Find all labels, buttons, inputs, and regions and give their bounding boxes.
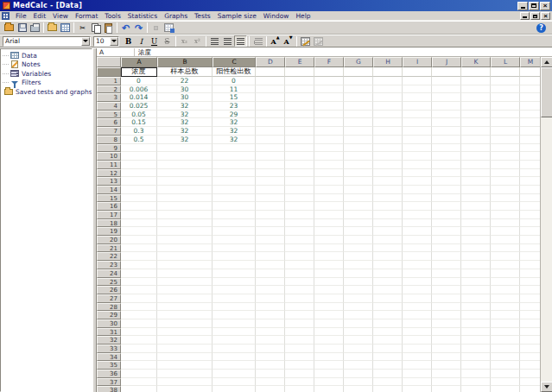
menu-view[interactable]: View (49, 11, 72, 21)
cell-M27[interactable] (520, 294, 540, 303)
cell-I3[interactable] (403, 93, 432, 102)
cell-C29[interactable] (213, 311, 256, 319)
cell-G4[interactable] (344, 102, 373, 111)
cell-I38[interactable] (403, 386, 432, 392)
cell-K4[interactable] (461, 102, 491, 111)
cell-D32[interactable] (256, 336, 285, 345)
cell-L12[interactable] (491, 169, 520, 178)
row-header-11[interactable]: 11 (97, 161, 121, 169)
cell-B36[interactable] (157, 370, 213, 378)
cell-F20[interactable] (314, 236, 344, 244)
cell-A32[interactable] (121, 336, 157, 345)
cell-J27[interactable] (432, 294, 461, 303)
cell-B20[interactable] (157, 236, 213, 244)
cell-E33[interactable] (285, 345, 314, 353)
cell-D25[interactable] (256, 278, 285, 287)
cell-J22[interactable] (432, 252, 461, 261)
cell-H30[interactable] (373, 319, 403, 328)
cell-E11[interactable] (285, 161, 314, 169)
cell-C20[interactable] (213, 236, 256, 244)
cell-J10[interactable] (432, 152, 461, 161)
row-header-9[interactable]: 9 (97, 144, 121, 153)
cell-I8[interactable] (403, 136, 432, 144)
variable-name-cell-D[interactable] (256, 67, 285, 77)
cell-B29[interactable] (157, 311, 213, 319)
cell-I18[interactable] (403, 219, 432, 228)
cell-G28[interactable] (344, 303, 373, 312)
variable-name-cell-E[interactable] (285, 67, 314, 77)
cell-F19[interactable] (314, 227, 344, 236)
cell-J5[interactable] (432, 111, 461, 119)
cell-A21[interactable] (121, 244, 157, 253)
row-header-18[interactable]: 18 (97, 219, 121, 228)
cell-D33[interactable] (256, 345, 285, 353)
cell-B18[interactable] (157, 219, 213, 228)
column-header-K[interactable]: K (461, 57, 491, 67)
cell-C22[interactable] (213, 252, 256, 261)
cell-I19[interactable] (403, 227, 432, 236)
cell-B12[interactable] (157, 169, 213, 178)
cell-M16[interactable] (520, 202, 540, 211)
cell-F8[interactable] (314, 136, 344, 144)
cell-E14[interactable] (285, 186, 314, 194)
cell-J20[interactable] (432, 236, 461, 244)
cell-F34[interactable] (314, 353, 344, 362)
cell-G31[interactable] (344, 328, 373, 337)
cell-J30[interactable] (432, 319, 461, 328)
row-header-29[interactable]: 29 (97, 311, 121, 319)
column-header-I[interactable]: I (403, 57, 432, 67)
row-header-28[interactable]: 28 (97, 303, 121, 312)
cell-E9[interactable] (285, 144, 314, 153)
cell-K26[interactable] (461, 286, 491, 294)
cell-L34[interactable] (491, 353, 520, 362)
variable-name-cell-B[interactable]: 样本总数 (157, 67, 213, 77)
cell-E15[interactable] (285, 194, 314, 203)
cell-G20[interactable] (344, 236, 373, 244)
cell-I6[interactable] (403, 118, 432, 127)
cell-G30[interactable] (344, 319, 373, 328)
cell-G17[interactable] (344, 211, 373, 219)
cell-A17[interactable] (121, 211, 157, 219)
cell-K17[interactable] (461, 211, 491, 219)
sidebar-item-data[interactable]: Data (3, 51, 92, 60)
cell-G21[interactable] (344, 244, 373, 253)
cell-A31[interactable] (121, 328, 157, 337)
row-header-17[interactable]: 17 (97, 211, 121, 219)
cell-M18[interactable] (520, 219, 540, 228)
cell-L11[interactable] (491, 161, 520, 169)
cell-K18[interactable] (461, 219, 491, 228)
cell-H15[interactable] (373, 194, 403, 203)
cell-H9[interactable] (373, 144, 403, 153)
cell-L2[interactable] (491, 85, 520, 94)
cell-G37[interactable] (344, 378, 373, 387)
row-header-30[interactable]: 30 (97, 319, 121, 328)
cell-F30[interactable] (314, 319, 344, 328)
cell-A26[interactable] (121, 286, 157, 294)
sidebar-item-filters[interactable]: Filters (3, 79, 92, 88)
cell-M2[interactable] (520, 85, 540, 94)
cell-M30[interactable] (520, 319, 540, 328)
cell-D9[interactable] (256, 144, 285, 153)
column-header-H[interactable]: H (373, 57, 403, 67)
cell-D7[interactable] (256, 127, 285, 136)
cell-D13[interactable] (256, 177, 285, 186)
cell-L37[interactable] (491, 378, 520, 387)
row-header-31[interactable]: 31 (97, 328, 121, 337)
cell-G23[interactable] (344, 261, 373, 269)
cell-J25[interactable] (432, 278, 461, 287)
column-header-J[interactable]: J (432, 57, 461, 67)
cell-C18[interactable] (213, 219, 256, 228)
variable-name-cell-A[interactable]: 浓度 (121, 67, 157, 77)
cell-F32[interactable] (314, 336, 344, 345)
cell-J34[interactable] (432, 353, 461, 362)
cell-B17[interactable] (157, 211, 213, 219)
cell-B31[interactable] (157, 328, 213, 337)
cell-I32[interactable] (403, 336, 432, 345)
cell-A5[interactable]: 0.05 (121, 111, 157, 119)
cell-G3[interactable] (344, 93, 373, 102)
row-header-2[interactable]: 2 (97, 85, 121, 94)
cell-C6[interactable]: 32 (213, 118, 256, 127)
column-header-L[interactable]: L (491, 57, 520, 67)
cell-A1[interactable]: 0 (121, 77, 157, 85)
variable-name-cell-C[interactable]: 阳性检出数 (213, 67, 256, 77)
